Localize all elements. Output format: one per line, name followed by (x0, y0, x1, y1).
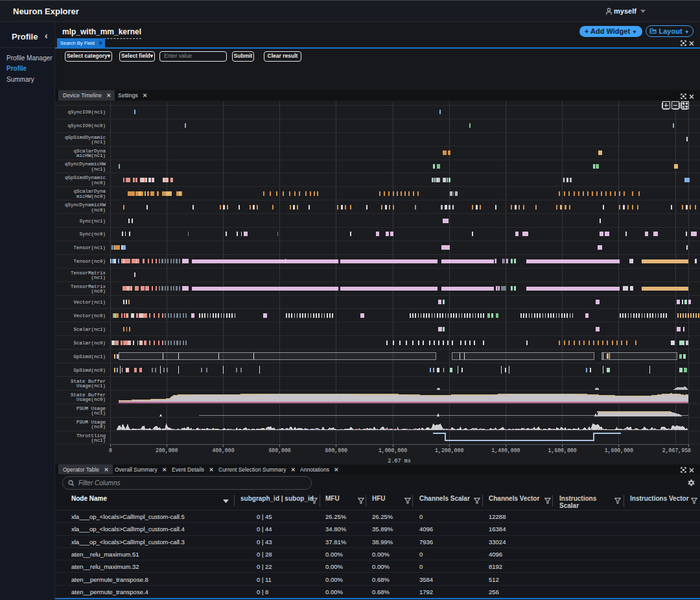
svg-text:(nc1): (nc1) (91, 411, 106, 416)
svg-text:1,800,000: 1,800,000 (605, 448, 633, 453)
svg-text:Vector(nc0): Vector(nc0) (73, 313, 106, 318)
svg-text:micHW(nc0): micHW(nc0) (76, 194, 106, 199)
svg-text:Usage(nc1): Usage(nc1) (76, 383, 106, 389)
svg-text:Tensor(nc0): Tensor(nc0) (73, 259, 106, 264)
svg-text:Scalar(nc1): Scalar(nc1) (73, 327, 106, 332)
svg-text:(nc1): (nc1) (91, 275, 106, 280)
svg-text:(nc1): (nc1) (91, 438, 106, 443)
svg-text:600,000: 600,000 (268, 448, 290, 453)
svg-text:Tensor(nc1): Tensor(nc1) (73, 245, 106, 250)
svg-text:Sync(nc0): Sync(nc0) (79, 232, 106, 237)
svg-text:(nc0): (nc0) (91, 180, 106, 186)
svg-text:(nc0): (nc0) (91, 289, 106, 294)
svg-text:1,400,000: 1,400,000 (491, 448, 520, 453)
svg-text:2,067,958: 2,067,958 (662, 448, 691, 453)
svg-text:GpSimd(nc1): GpSimd(nc1) (73, 354, 106, 359)
svg-text:Usage(nc0): Usage(nc0) (76, 397, 106, 402)
svg-text:200,000: 200,000 (156, 448, 178, 453)
svg-text:(nc1): (nc1) (91, 167, 106, 172)
svg-text:400,000: 400,000 (212, 448, 234, 453)
svg-text:Vector(nc1): Vector(nc1) (73, 300, 106, 305)
svg-text:qSyncIO0(nc0): qSyncIO0(nc0) (67, 123, 106, 128)
svg-text:1,200,000: 1,200,000 (435, 448, 463, 453)
svg-text:(nc0): (nc0) (91, 424, 106, 429)
svg-text:qSyncIO0(nc1): qSyncIO0(nc1) (67, 110, 106, 115)
svg-text:(nc1): (nc1) (91, 139, 106, 145)
svg-text:1,000,000: 1,000,000 (379, 448, 407, 453)
svg-text:GpSimd(nc0): GpSimd(nc0) (73, 368, 106, 373)
svg-text:Sync(nc1): Sync(nc1) (79, 219, 106, 224)
svg-text:800,000: 800,000 (325, 448, 347, 453)
svg-text:2.07 ms: 2.07 ms (388, 458, 411, 464)
svg-text:(nc0): (nc0) (91, 208, 106, 213)
svg-text:micHW(nc1): micHW(nc1) (76, 153, 106, 158)
svg-text:Scalar(nc0): Scalar(nc0) (73, 341, 106, 346)
svg-text:0: 0 (109, 448, 112, 453)
svg-text:1,600,000: 1,600,000 (548, 448, 576, 453)
